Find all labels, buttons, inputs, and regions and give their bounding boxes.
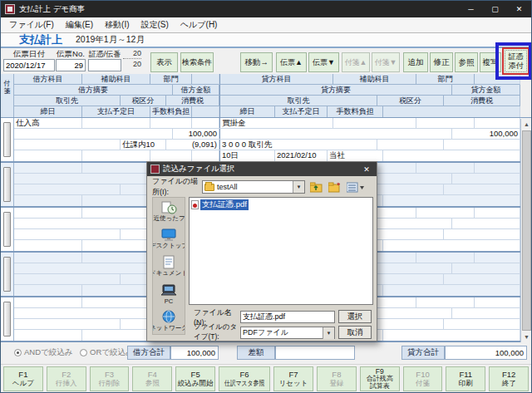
- fkey-caption: 付箋: [416, 380, 430, 387]
- fkey-f7-reset[interactable]: F7リセット: [273, 366, 313, 391]
- fkey-f6-journal-master[interactable]: F6仕訳マスタ参照: [219, 366, 270, 391]
- row-select-button[interactable]: [3, 167, 11, 202]
- fkey-f8-register[interactable]: F8登録: [317, 366, 357, 391]
- fusen-cell: [1, 118, 14, 161]
- chevron-down-icon[interactable]: ▼: [293, 181, 304, 193]
- function-key-bar: F1ヘルプ F2行挿入 F3行削除 F4参照 F5絞込み開始 F6仕訳マスタ参照…: [1, 364, 531, 392]
- cell-debit-tax[interactable]: (9,091): [166, 140, 219, 150]
- location-combobox[interactable]: testAll ▼: [202, 180, 305, 194]
- move-button[interactable]: 移動→: [240, 52, 273, 72]
- file-type-combobox[interactable]: PDFファイル ▼: [240, 327, 335, 339]
- cell-credit-closing[interactable]: 10日: [219, 150, 275, 161]
- row-select-button[interactable]: [3, 302, 11, 337]
- fkey-caption: 行挿入: [56, 380, 77, 387]
- attach-label-1: 証憑: [509, 52, 524, 61]
- cell-credit-account[interactable]: 買掛金: [219, 118, 333, 128]
- fkey-f12-exit[interactable]: F12終了: [489, 366, 529, 391]
- sidebar-item-desktop[interactable]: デスクトップ: [153, 225, 185, 253]
- dialog-title: 読込みファイル選択: [163, 164, 235, 174]
- refer-button[interactable]: 参照: [455, 52, 478, 72]
- fkey-f9-trial-balance[interactable]: F9合計残高試算表: [360, 366, 400, 391]
- and-filter-radio[interactable]: ANDで絞込み: [14, 347, 73, 358]
- cell-credit-due[interactable]: 2021/02/10: [275, 150, 328, 161]
- row-select-button[interactable]: [3, 212, 11, 247]
- journal-row-1[interactable]: 仕入高 買掛金 100,000 100,000 仕課内10 (9,091) 3 …: [1, 118, 521, 163]
- or-filter-radio[interactable]: ORで絞込み: [80, 347, 134, 358]
- cancel-button[interactable]: 取消: [338, 326, 372, 339]
- table-scrollbar[interactable]: ▲ ▼: [520, 119, 532, 342]
- slip-date-input[interactable]: [3, 59, 55, 71]
- menu-item-help[interactable]: ヘルプ(H): [175, 19, 224, 31]
- totals-bar: ANDで絞込み ORで絞込み 借方合計 100,000 差額 貸方合計 100,…: [1, 342, 531, 364]
- fkey-label: F5: [191, 371, 200, 379]
- modify-button[interactable]: 修正: [430, 52, 453, 72]
- copy-button[interactable]: 複写: [480, 52, 501, 72]
- table-row[interactable]: 仕入高 買掛金: [14, 118, 520, 129]
- cell-debit-amount[interactable]: 100,000: [173, 129, 219, 139]
- fusen-down-button[interactable]: 付箋▼: [372, 52, 400, 72]
- radio-selected-icon: [14, 349, 22, 356]
- search-condition-button[interactable]: 検索条件: [180, 52, 214, 72]
- new-folder-button[interactable]: [328, 180, 342, 194]
- fkey-f4-refer[interactable]: F4参照: [132, 366, 172, 391]
- fkey-f11-print[interactable]: F11印刷: [446, 366, 485, 391]
- fusen-cell: [1, 163, 14, 206]
- scroll-up-icon[interactable]: ▲: [521, 119, 532, 130]
- header-debit-taxclass: 税区分: [121, 96, 166, 106]
- fkey-f2-insert-row[interactable]: F2行挿入: [47, 366, 86, 391]
- fkey-f1-help[interactable]: F1ヘルプ: [3, 366, 43, 391]
- file-list-item[interactable]: 支払証憑.pdf: [191, 199, 249, 210]
- close-button[interactable]: ✕: [507, 1, 531, 17]
- scroll-thumb[interactable]: [522, 130, 531, 331]
- cell-credit-fee[interactable]: 当社: [328, 150, 383, 161]
- sidebar-item-documents[interactable]: ドキュメント: [153, 253, 185, 280]
- menu-item-edit[interactable]: 編集(E): [60, 19, 99, 31]
- view-menu-button[interactable]: [346, 180, 366, 194]
- header-debit-amount: 借方金額: [173, 85, 219, 96]
- fkey-f5-filter-start[interactable]: F5絞込み開始: [175, 366, 215, 391]
- row-select-button[interactable]: [3, 122, 11, 157]
- menu-item-settings[interactable]: 設定(S): [135, 19, 175, 31]
- pdf-file-icon: [191, 200, 199, 209]
- select-button[interactable]: 選択: [338, 310, 372, 323]
- sidebar-item-recent[interactable]: 最近使ったフ...: [153, 198, 185, 225]
- voucher-input[interactable]: [88, 59, 121, 71]
- fkey-f10-fusen[interactable]: F10付箋: [403, 366, 443, 391]
- slip-up-button[interactable]: 伝票▲: [276, 52, 307, 72]
- file-list[interactable]: 支払証憑.pdf: [189, 197, 373, 305]
- menu-item-file[interactable]: ファイル(F): [3, 19, 60, 31]
- slip-down-button[interactable]: 伝票▼: [308, 52, 339, 72]
- fkey-caption: ヘルプ: [12, 380, 34, 387]
- control-bar: 伝票日付 伝票No. 証憑/伝番 20 20 表示 検索条件 移動→ 伝票▲ 伝…: [1, 48, 531, 74]
- sidebar-item-label: PC: [165, 297, 173, 305]
- table-row[interactable]: 仕課内10 (9,091) 3 0 0 0 取引先: [14, 140, 520, 150]
- cell-debit-account[interactable]: 仕入高: [14, 118, 82, 128]
- cell-credit-vendor[interactable]: 3 0 0 0 取引先: [219, 140, 377, 150]
- cell-debit-taxclass[interactable]: 仕課内10: [121, 140, 166, 150]
- header-credit-taxclass: 税区分: [377, 96, 444, 106]
- attach-evidence-button[interactable]: 証憑 添付: [502, 47, 530, 75]
- header-debit-summary: 借方摘要: [14, 85, 173, 96]
- menu-item-move[interactable]: 移動(I): [99, 19, 135, 31]
- cell-credit-amount[interactable]: 100,000: [452, 129, 520, 139]
- fkey-label: F8: [332, 371, 341, 379]
- file-name-input[interactable]: [240, 311, 335, 323]
- scroll-down-icon[interactable]: ▼: [521, 332, 532, 342]
- up-folder-button[interactable]: [309, 180, 323, 194]
- chevron-down-icon[interactable]: ▼: [323, 327, 334, 339]
- header-fusen: 付箋: [1, 74, 14, 117]
- sidebar-item-pc[interactable]: PC: [153, 280, 185, 307]
- sidebar-item-network[interactable]: ネットワーク: [153, 307, 185, 335]
- dialog-close-button[interactable]: ✕: [360, 165, 373, 174]
- minimize-button[interactable]: ─: [459, 1, 483, 17]
- maximize-button[interactable]: ▢: [483, 1, 507, 17]
- table-row[interactable]: 100,000 100,000: [14, 129, 520, 140]
- difference-label: 差額: [237, 346, 275, 360]
- row-select-button[interactable]: [3, 257, 11, 292]
- table-row[interactable]: 10日 2021/02/10 当社: [14, 150, 520, 161]
- fusen-up-button[interactable]: 付箋▲: [342, 52, 370, 72]
- add-button[interactable]: 追加: [403, 52, 428, 72]
- display-button[interactable]: 表示: [150, 52, 178, 72]
- slip-no-input[interactable]: [56, 59, 86, 71]
- fkey-f3-delete-row[interactable]: F3行削除: [90, 366, 130, 391]
